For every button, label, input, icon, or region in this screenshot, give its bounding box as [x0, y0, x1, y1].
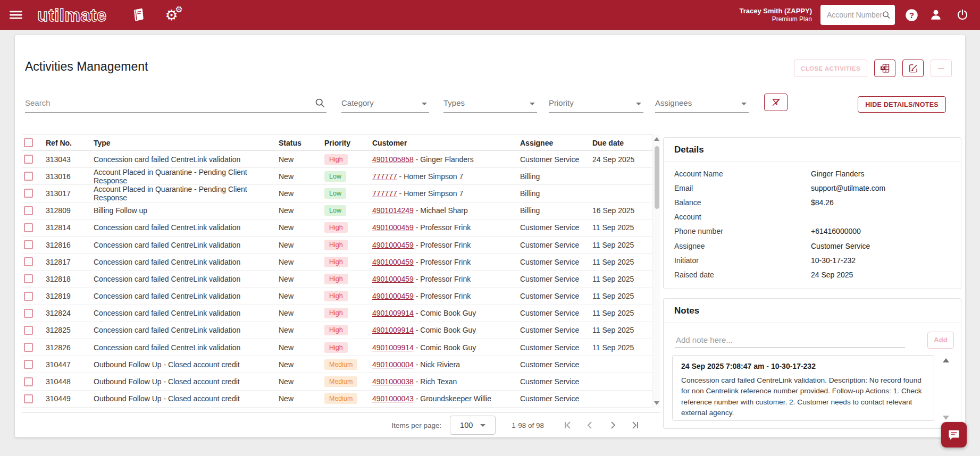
customer-link[interactable]: 4901014249 [372, 206, 414, 215]
scroll-up-icon[interactable] [654, 137, 659, 141]
assignees-select[interactable]: Assignees [655, 91, 749, 113]
row-checkbox[interactable] [24, 292, 33, 301]
row-checkbox[interactable] [24, 155, 33, 164]
notes-scroll-up-icon[interactable] [943, 358, 949, 362]
items-per-page-select[interactable]: 100 [450, 416, 496, 435]
row-checkbox[interactable] [24, 257, 33, 266]
menu-icon[interactable] [9, 7, 24, 23]
more-dash-button[interactable] [931, 60, 952, 77]
table-row[interactable]: 312814 Concession card failed CentreLink… [22, 219, 660, 237]
customer-link[interactable]: 777777 [372, 172, 397, 181]
row-checkbox[interactable] [24, 223, 33, 232]
row-checkbox[interactable] [24, 360, 33, 369]
close-activities-button[interactable]: CLOSE ACTIVITIES [794, 60, 867, 77]
scroll-down-icon[interactable] [654, 401, 659, 405]
table-row[interactable]: 312818 Concession card failed CentreLink… [22, 271, 660, 288]
cell-status: New [279, 377, 324, 386]
row-checkbox[interactable] [24, 326, 33, 335]
cell-ref: 310447 [46, 360, 94, 369]
clear-filters-button[interactable] [764, 94, 788, 111]
table-row[interactable]: 312817 Concession card failed CentreLink… [22, 254, 660, 271]
table-row[interactable]: 312826 Concession card failed CentreLink… [22, 339, 660, 356]
row-checkbox[interactable] [24, 189, 33, 198]
row-checkbox[interactable] [24, 377, 33, 386]
customer-link[interactable]: 4901009914 [372, 309, 414, 317]
customer-link[interactable]: 4901000459 [372, 223, 414, 232]
account-search-input[interactable] [827, 11, 882, 19]
range-label: 1-98 of 98 [512, 421, 544, 429]
table-row[interactable]: 312816 Concession card failed CentreLink… [22, 237, 660, 254]
customer-link[interactable]: 777777 [372, 189, 397, 198]
last-page-button[interactable] [624, 417, 646, 433]
help-icon[interactable]: ? [903, 7, 919, 23]
customer-name: - Homer Simpson 7 [397, 189, 463, 198]
table-row[interactable]: 312825 Concession card failed CentreLink… [22, 322, 660, 339]
edit-button[interactable] [902, 60, 924, 77]
table-row[interactable]: 310449 Outbound Follow Up - Closed accou… [22, 391, 660, 408]
customer-link[interactable]: 4901009914 [372, 326, 414, 334]
cell-assignee: Customer Service [520, 258, 592, 266]
hide-details-notes-button[interactable]: HIDE DETAILS/NOTES [858, 96, 946, 113]
prev-page-button[interactable] [579, 417, 601, 433]
details-field-row: Assignee Customer Service [664, 239, 961, 253]
customer-link[interactable]: 4901000038 [372, 377, 414, 386]
row-checkbox[interactable] [24, 274, 33, 283]
customer-name: - Ginger Flanders [414, 155, 474, 164]
row-checkbox[interactable] [24, 172, 33, 181]
table-row[interactable]: 310448 Outbound Follow Up - Closed accou… [22, 373, 660, 390]
types-select[interactable]: Types [443, 91, 537, 113]
customer-link[interactable]: 4901005858 [372, 155, 414, 164]
scroll-thumb[interactable] [655, 146, 659, 209]
notes-scroll-down-icon[interactable] [943, 416, 949, 420]
logout-power-icon[interactable] [954, 7, 970, 23]
customer-link[interactable]: 4901009914 [372, 343, 414, 352]
field-value: +61416000000 [811, 227, 861, 235]
cell-status: New [279, 326, 324, 334]
row-checkbox[interactable] [24, 206, 33, 215]
priority-label: Priority [549, 98, 574, 107]
profile-person-icon[interactable] [928, 7, 944, 23]
table-row[interactable]: 312809 Billing Follow up New Low 4901014… [22, 202, 660, 219]
user-plan: Premium Plan [739, 15, 812, 23]
customer-link[interactable]: 4901000459 [372, 241, 414, 249]
search-icon[interactable] [314, 97, 325, 108]
field-label: Phone number [674, 227, 811, 235]
customer-link[interactable]: 4901000004 [372, 360, 414, 369]
row-checkbox[interactable] [24, 309, 33, 318]
table-row[interactable]: 312819 Concession card failed CentreLink… [22, 288, 660, 305]
cell-status: New [279, 241, 324, 249]
filter-bar: Category Types Priority Assignees [25, 91, 788, 113]
add-note-button[interactable]: Add [927, 332, 954, 349]
search-icon[interactable] [882, 10, 891, 20]
add-note-input[interactable] [675, 332, 905, 348]
table-row[interactable]: 310447 Outbound Follow Up - Closed accou… [22, 356, 660, 373]
next-page-button[interactable] [601, 417, 624, 433]
category-select[interactable]: Category [341, 91, 429, 113]
settings-gears-icon[interactable]: ⚙ ⚙ [160, 5, 183, 24]
docs-book-icon[interactable] [131, 7, 146, 22]
select-all-checkbox[interactable] [24, 138, 33, 147]
table-row[interactable]: 312824 Concession card failed CentreLink… [22, 305, 660, 322]
first-page-button[interactable] [557, 417, 579, 433]
row-checkbox[interactable] [24, 240, 33, 249]
customer-name: - Professor Frink [414, 223, 471, 232]
cell-status: New [279, 343, 324, 352]
svg-text:X: X [881, 66, 884, 70]
table-row[interactable]: 313017 Account Placed in Quarantine - Pe… [22, 185, 660, 202]
row-checkbox[interactable] [24, 343, 33, 352]
customer-link[interactable]: 4901000459 [372, 292, 414, 300]
chat-fab-button[interactable] [941, 422, 967, 447]
export-excel-button[interactable]: X [874, 60, 895, 77]
cell-assignee: Customer Service [520, 360, 592, 369]
table-row[interactable]: 313043 Concession card failed CentreLink… [22, 151, 660, 168]
user-name: Tracey Smith (ZAPPY) [739, 6, 812, 15]
table-row[interactable]: 313016 Account Placed in Quarantine - Pe… [22, 168, 660, 185]
table-scrollbar[interactable] [652, 134, 660, 408]
customer-link[interactable]: 4901000459 [372, 258, 414, 266]
row-checkbox[interactable] [24, 394, 33, 403]
search-input[interactable] [25, 98, 307, 107]
customer-name: - Comic Book Guy [414, 326, 476, 334]
priority-select[interactable]: Priority [549, 91, 643, 113]
customer-link[interactable]: 4901000043 [372, 394, 414, 403]
customer-link[interactable]: 4901000459 [372, 275, 414, 283]
